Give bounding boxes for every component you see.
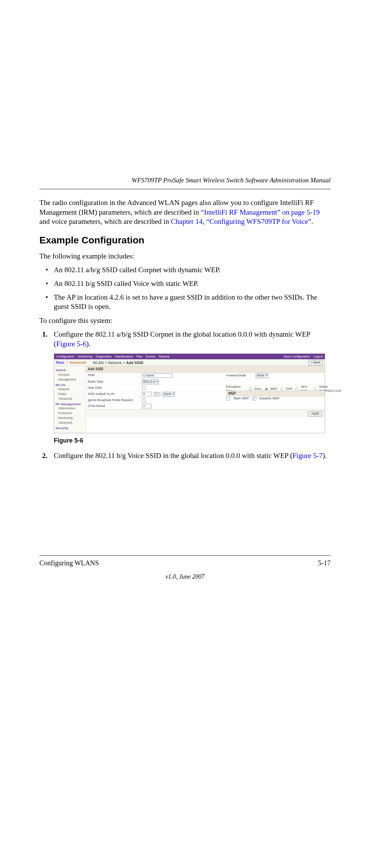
input-ssid[interactable]: Corpnet xyxy=(142,373,173,378)
intro-text-2: and voice parameters, which are describe… xyxy=(39,217,171,226)
tab-diagnostics[interactable]: Diagnostics xyxy=(96,355,112,359)
select-forward-mode[interactable]: None xyxy=(256,373,268,378)
main-panel: Add SSID SSID Corpnet Radio Type 802.11 … xyxy=(86,366,325,433)
step-1-text-a: Configure the 802.11 a/b/g SSID Corpnet … xyxy=(54,330,310,348)
sidebar-group-rf: RF Management xyxy=(56,402,84,407)
link-logout[interactable]: Logout xyxy=(313,355,323,359)
sidebar-group-switch: Switch xyxy=(56,368,84,373)
back-button[interactable]: « Back xyxy=(308,360,323,365)
step-2-text-a: Configure the 802.11 b/g Voice SSID in t… xyxy=(54,451,293,460)
example-intro: The following example includes: xyxy=(39,252,331,261)
tab-maintenance[interactable]: Maintenance xyxy=(115,355,133,359)
bullet-item: An 802.11 b/g SSID called Voice with sta… xyxy=(39,279,331,289)
steps-lead: To configure this system: xyxy=(39,316,331,325)
tab-events[interactable]: Events xyxy=(146,355,156,359)
step-1: Configure the 802.11 a/b/g SSID Corpnet … xyxy=(39,330,331,445)
sidebar-group-wlan: WLAN xyxy=(56,383,84,387)
link-save-config[interactable]: Save Configuration xyxy=(284,355,310,359)
mode-breadcrumb-bar: Basic | Advanced WLAN > Network > Add SS… xyxy=(54,359,325,366)
tab-reports[interactable]: Reports xyxy=(159,355,170,359)
forward-mode-row: Forward Mode None xyxy=(226,373,268,378)
bullet-item: An 802.11 a/b/g SSID called Corpnet with… xyxy=(39,265,331,275)
link-figure-5-7[interactable]: Figure 5-7 xyxy=(293,451,323,460)
footer-section-title: Configuring WLANS xyxy=(39,559,99,567)
screenshot-figure: Configuration Monitoring Diagnostics Mai… xyxy=(54,353,325,433)
sidebar-item-general[interactable]: General xyxy=(56,373,84,377)
step-1-text-b: ). xyxy=(86,340,90,348)
sidebar-item-network[interactable]: Network xyxy=(56,387,84,392)
step-2-text-b: ). xyxy=(323,451,327,460)
link-figure-5-6[interactable]: Figure 5-6 xyxy=(56,340,86,348)
panel-heading: Add SSID xyxy=(86,366,325,372)
label-forward-mode: Forward Mode xyxy=(226,374,254,378)
mode-separator: | xyxy=(66,360,67,365)
breadcrumb-current: Add SSID xyxy=(126,361,143,365)
link-irm[interactable]: “IntelliFi RF Management” on page 5-19 xyxy=(201,208,320,216)
step-2: Configure the 802.11 b/g Voice SSID in t… xyxy=(39,451,331,461)
steps-list: Configure the 802.11 a/b/g SSID Corpnet … xyxy=(39,330,331,461)
intro-text-3: . xyxy=(311,217,313,226)
wep-subpanel-heading: WEP xyxy=(226,390,325,396)
label-dtim: DTIM Period xyxy=(88,404,139,408)
footer-page-number: 5-17 xyxy=(318,559,331,567)
label-hide-ssid: Hide SSID xyxy=(88,386,139,390)
mode-advanced-label: Advanced xyxy=(70,360,86,365)
label-static-wep: Static WEP xyxy=(233,397,249,401)
sidebar-item-radio[interactable]: Radio xyxy=(56,392,84,397)
breadcrumb: WLAN > Network > Add SSID xyxy=(93,360,143,365)
sidebar-item-optimization[interactable]: Optimization xyxy=(56,406,84,411)
screenshot-body: Switch General Management WLAN Network R… xyxy=(54,366,325,433)
bullet-item: The AP in location 4.2.6 is set to have … xyxy=(39,293,331,312)
apply-button[interactable]: Apply xyxy=(308,411,322,417)
label-ssid: SSID xyxy=(88,373,139,377)
checkbox-static-wep[interactable] xyxy=(226,397,230,400)
tab-configuration[interactable]: Configuration xyxy=(56,355,75,359)
label-dynamic-wep: Dynamic WEP xyxy=(260,397,280,401)
link-voice-chapter[interactable]: Chapter 14, “Configuring WFS709TP for Vo… xyxy=(171,217,311,226)
sidebar-item-monitoring[interactable]: Monitoring xyxy=(56,416,84,421)
section-heading: Example Configuration xyxy=(39,235,331,246)
sidebar-item-rf-advanced[interactable]: Advanced xyxy=(56,421,84,425)
admin-tabbar: Configuration Monitoring Diagnostics Mai… xyxy=(54,354,325,359)
footer-version: v1.0, June 2007 xyxy=(39,573,331,580)
footer-rule xyxy=(39,555,331,556)
sidebar: Switch General Management WLAN Network R… xyxy=(54,366,86,433)
sidebar-group-security: Security xyxy=(56,426,84,431)
select-vlan-none[interactable]: None xyxy=(162,392,175,397)
page-footer: Configuring WLANS 5-17 v1.0, June 2007 xyxy=(39,555,331,580)
select-radio-type[interactable]: 802.11 a xyxy=(142,379,159,384)
bullet-list: An 802.11 a/b/g SSID called Corpnet with… xyxy=(39,265,331,312)
header-rule xyxy=(39,189,331,189)
wep-options-row: Static WEP Dynamic WEP xyxy=(226,397,280,401)
tab-monitoring[interactable]: Monitoring xyxy=(78,355,92,359)
label-default-vlan: SSID Default VLAN xyxy=(88,392,139,396)
content-area: WFS709TP ProSafe Smart Wireless Switch S… xyxy=(39,177,331,466)
intro-paragraph: The radio configuration in the Advanced … xyxy=(39,198,331,227)
sidebar-item-advanced[interactable]: Advanced xyxy=(56,397,84,401)
tab-plan[interactable]: Plan xyxy=(136,355,143,359)
sidebar-item-management[interactable]: Management xyxy=(56,377,84,382)
page: WFS709TP ProSafe Smart Wireless Switch S… xyxy=(0,0,370,868)
input-dtim[interactable]: 1 xyxy=(142,404,151,408)
label-radio-type: Radio Type xyxy=(88,380,139,384)
input-vlan[interactable]: 0 xyxy=(142,392,151,396)
checkbox-ignore-probe[interactable] xyxy=(142,398,146,402)
form-area: SSID Corpnet Radio Type 802.11 a Hide SS… xyxy=(86,373,325,410)
sidebar-item-protection[interactable]: Protection xyxy=(56,411,84,416)
checkbox-hide-ssid[interactable] xyxy=(142,386,146,390)
breadcrumb-path: WLAN > Network > xyxy=(93,361,126,365)
label-ignore-probe: Ignore Broadcast Probe Request xyxy=(88,398,139,402)
vlan-assign-button[interactable]: <-- xyxy=(153,392,160,396)
running-header: WFS709TP ProSafe Smart Wireless Switch S… xyxy=(39,177,331,184)
mode-basic-link[interactable]: Basic xyxy=(56,360,64,365)
checkbox-dynamic-wep[interactable] xyxy=(252,397,256,400)
figure-caption: Figure 5-6 xyxy=(54,437,331,445)
panel-footer: Apply xyxy=(86,409,325,418)
